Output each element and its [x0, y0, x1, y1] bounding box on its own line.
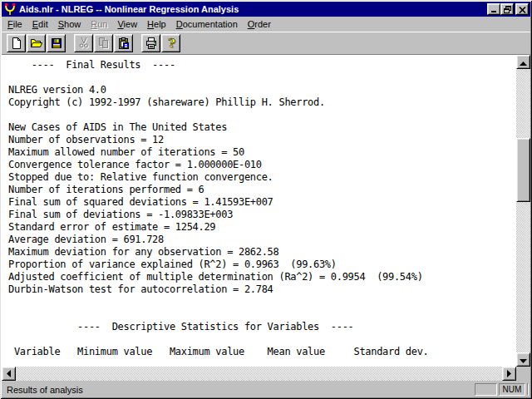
restore-button[interactable] [500, 3, 514, 15]
client-area: ---- Final Results ---- NLREG version 4.… [2, 54, 530, 381]
app-icon[interactable] [3, 2, 17, 16]
arrow-right-icon [507, 367, 511, 380]
help-icon: ?? [165, 37, 178, 50]
menu-view[interactable]: View [112, 17, 142, 31]
open-icon [30, 37, 43, 50]
menu-help[interactable]: Help [142, 17, 171, 31]
status-pane-0 [475, 383, 497, 396]
horizontal-scroll-track[interactable] [16, 367, 502, 381]
menu-edit[interactable]: Edit [27, 17, 53, 31]
toolbar: ?? [2, 32, 530, 54]
scroll-left-button[interactable] [2, 367, 16, 381]
open-button[interactable] [27, 34, 46, 52]
vertical-scroll-track[interactable] [516, 69, 530, 352]
new-icon [10, 37, 23, 50]
menu-show[interactable]: Show [53, 17, 86, 31]
close-icon [519, 3, 526, 16]
results-text[interactable]: ---- Final Results ---- NLREG version 4.… [2, 55, 516, 367]
scrollbar-corner [516, 367, 530, 381]
status-pane-2 [527, 383, 529, 396]
minimize-button[interactable] [487, 3, 500, 15]
print-icon [145, 37, 158, 50]
menu-file[interactable]: File [2, 17, 27, 31]
arrow-down-icon [520, 353, 527, 366]
status-bar: Results of analysis NUM [2, 381, 530, 397]
scroll-up-button[interactable] [516, 55, 530, 69]
status-pane-num: NUM [499, 383, 525, 396]
paste-icon [117, 37, 131, 50]
restore-icon [504, 3, 511, 16]
scroll-down-button[interactable] [516, 352, 530, 367]
help-button[interactable]: ?? [161, 34, 180, 52]
vertical-scrollbar [516, 55, 530, 367]
arrow-left-icon [7, 367, 11, 380]
paste-button[interactable] [114, 34, 133, 52]
title-bar[interactable]: Aids.nlr - NLREG -- Nonlinear Regression… [2, 2, 530, 17]
print-button[interactable] [141, 34, 160, 52]
status-message: Results of analysis [7, 385, 473, 395]
menu-documentation[interactable]: Documentation [171, 17, 243, 31]
horizontal-scrollbar [2, 367, 516, 381]
close-button[interactable] [515, 3, 529, 15]
svg-text:?: ? [168, 37, 175, 50]
copy-button [94, 34, 113, 52]
minimize-icon [490, 3, 498, 16]
cut-button [74, 34, 93, 52]
app-window: Aids.nlr - NLREG -- Nonlinear Regression… [0, 0, 532, 399]
arrow-up-icon [520, 56, 527, 68]
cut-icon [77, 37, 91, 50]
scroll-right-button[interactable] [502, 367, 516, 381]
save-icon [50, 37, 63, 50]
menu-bar: FileEditShowRunViewHelpDocumentationOrde… [2, 17, 530, 32]
new-button[interactable] [7, 34, 26, 52]
vertical-scroll-thumb[interactable] [516, 138, 530, 202]
copy-icon [97, 37, 111, 50]
menu-order[interactable]: Order [243, 17, 276, 31]
save-button[interactable] [47, 34, 66, 52]
window-title: Aids.nlr - NLREG -- Nonlinear Regression… [19, 2, 485, 16]
menu-run: Run [86, 17, 112, 31]
